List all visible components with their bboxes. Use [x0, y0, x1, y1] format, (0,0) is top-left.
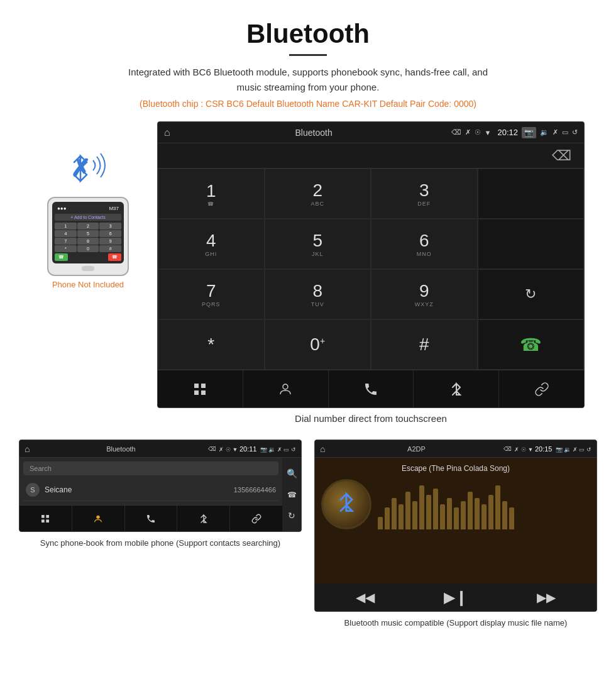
subtitle-text: Integrated with BC6 Bluetooth module, su…	[119, 65, 497, 95]
dial-key-8[interactable]: 8TUV	[265, 269, 371, 319]
dial-key-star[interactable]: *	[158, 319, 265, 370]
close-icon[interactable]: ✗	[553, 128, 558, 136]
window-icon[interactable]: ▭	[562, 128, 568, 136]
music-back-icon[interactable]: ↺	[586, 446, 591, 453]
eq-bar	[502, 501, 507, 529]
eq-bar	[475, 498, 480, 529]
music-usb-icon: ⌫	[503, 446, 512, 452]
pb-refresh-icon[interactable]: ↻	[288, 511, 295, 521]
dial-key-0[interactable]: 0+	[265, 319, 371, 370]
music-status-bar: ⌂ A2DP ⌫ ✗ ☉ ▼ 20:15 📷 🔉 ✗ ▭ ↺	[315, 440, 597, 458]
svg-point-10	[97, 515, 100, 518]
pb-nav-link[interactable]	[230, 506, 282, 531]
eq-bar	[385, 507, 390, 529]
music-win-icon[interactable]: ▭	[579, 446, 585, 453]
music-status-icons: ✗ ☉ ▼ 20:15 📷 🔉 ✗ ▭ ↺	[514, 445, 591, 453]
phonebook-main-area: Search S Seicane 13566664466	[19, 458, 282, 531]
dial-key-4[interactable]: 4GHI	[158, 219, 265, 269]
phone-home-button	[82, 266, 94, 271]
dial-key-empty-1	[478, 169, 585, 219]
phone-keypad: 123 456 789 *0#	[55, 223, 121, 252]
nav-phone-icon[interactable]	[329, 370, 414, 407]
camera-icon[interactable]: 📷	[522, 127, 536, 138]
back-icon[interactable]: ↺	[572, 128, 578, 136]
dial-key-5[interactable]: 5JKL	[265, 219, 371, 269]
backspace-button[interactable]: ⌫	[552, 148, 571, 164]
dial-call-answer[interactable]: ☎	[478, 319, 585, 370]
music-signal-icon: ▼	[527, 446, 533, 453]
nav-grid-icon[interactable]	[158, 370, 243, 407]
music-bt-icon: ✗	[514, 446, 519, 453]
pb-nav-bt[interactable]	[177, 506, 230, 531]
skip-forward-button[interactable]: ▶▶	[537, 590, 556, 605]
svg-rect-4	[201, 390, 206, 395]
volume-icon[interactable]: 🔉	[540, 128, 549, 136]
nav-bluetooth-icon[interactable]	[414, 370, 499, 407]
pb-loc-icon: ☉	[226, 446, 231, 453]
location-icon: ☉	[475, 128, 481, 136]
pb-win-icon[interactable]: ▭	[283, 446, 289, 453]
music-home-icon[interactable]: ⌂	[320, 444, 325, 454]
spec-text: (Bluetooth chip : CSR BC6 Default Blueto…	[13, 99, 603, 109]
music-vol-icon[interactable]: 🔉	[564, 446, 571, 453]
eq-bar	[405, 492, 410, 529]
pb-nav-phone[interactable]	[125, 506, 178, 531]
eq-bar	[454, 507, 459, 529]
eq-bar	[426, 495, 431, 529]
eq-bar	[447, 498, 452, 529]
pb-back-icon[interactable]: ↺	[291, 446, 296, 453]
dial-key-9[interactable]: 9WXYZ	[371, 269, 478, 319]
music-controls: ◀◀ ▶❙ ▶▶	[315, 584, 597, 611]
dial-key-hash[interactable]: #	[371, 319, 478, 370]
music-screen: ⌂ A2DP ⌫ ✗ ☉ ▼ 20:15 📷 🔉 ✗ ▭ ↺ Escape (T…	[314, 440, 597, 612]
pb-nav-grid[interactable]	[19, 506, 72, 531]
pb-bt-icon: ✗	[219, 446, 224, 453]
phonebook-sidebar-icons: 🔍 ☎ ↻	[282, 458, 301, 531]
eq-bar	[392, 498, 397, 529]
home-icon[interactable]: ⌂	[164, 127, 170, 138]
pb-signal-icon: ▼	[232, 446, 238, 453]
phone-screen: ●●● M37 + Add to Contacts 123 456 789 *0…	[52, 202, 124, 263]
album-art	[321, 479, 371, 529]
dial-key-refresh[interactable]: ↻	[478, 269, 585, 319]
search-bar[interactable]: Search	[23, 462, 278, 475]
contact-name: Seicane	[45, 485, 234, 494]
music-close-icon[interactable]: ✗	[573, 446, 578, 453]
music-caption: Bluetooth music compatible (Support disp…	[344, 617, 568, 629]
pb-cam-icon[interactable]: 📷	[260, 446, 267, 453]
dial-key-2[interactable]: 2ABC	[265, 169, 371, 219]
phonebook-block: ⌂ Bluetooth ⌫ ✗ ☉ ▼ 20:11 📷 🔉 ✗ ▭ ↺	[19, 440, 302, 629]
nav-person-icon[interactable]	[243, 370, 329, 407]
car-dial-screen: ⌂ Bluetooth ⌫ ✗ ☉ ▼ 20:12 📷 🔉 ✗ ▭ ↺ ⌫	[157, 121, 585, 408]
play-pause-button[interactable]: ▶❙	[444, 589, 468, 606]
skip-back-button[interactable]: ◀◀	[356, 590, 375, 605]
dial-grid: 1☎ 2ABC 3DEF 4GHI 5JKL 6MNO	[158, 169, 584, 370]
contact-row[interactable]: S Seicane 13566664466	[23, 479, 278, 501]
dial-key-7[interactable]: 7PQRS	[158, 269, 265, 319]
dial-key-3[interactable]: 3DEF	[371, 169, 478, 219]
eq-bar	[412, 501, 417, 529]
pb-nav-person[interactable]	[72, 506, 125, 531]
svg-rect-7	[47, 515, 50, 518]
nav-link-icon[interactable]	[499, 370, 584, 407]
main-dial-section: ✗ ●●● M37 + Add to Contacts 123 456	[0, 115, 616, 430]
pb-screen-title: Bluetooth	[33, 445, 208, 453]
pb-phone-side-icon[interactable]: ☎	[287, 490, 297, 499]
eq-bar	[488, 495, 493, 529]
pb-search-icon[interactable]: 🔍	[287, 468, 297, 479]
phonebook-status-bar: ⌂ Bluetooth ⌫ ✗ ☉ ▼ 20:11 📷 🔉 ✗ ▭ ↺	[19, 440, 301, 458]
music-cam-icon[interactable]: 📷	[556, 446, 563, 453]
svg-rect-1	[194, 384, 199, 388]
contact-phone: 13566664466	[234, 486, 276, 494]
eq-bar	[468, 492, 473, 529]
phonebook-body: Search S Seicane 13566664466	[19, 458, 301, 531]
pb-close-icon[interactable]: ✗	[277, 446, 282, 453]
eq-bar	[481, 504, 487, 529]
music-main-area	[321, 479, 590, 529]
eq-bar	[509, 507, 514, 529]
dial-key-6[interactable]: 6MNO	[371, 219, 478, 269]
pb-vol-icon[interactable]: 🔉	[268, 446, 275, 453]
add-to-contacts: + Add to Contacts	[55, 214, 121, 221]
pb-home-icon[interactable]: ⌂	[25, 444, 30, 454]
dial-key-1[interactable]: 1☎	[158, 169, 265, 219]
